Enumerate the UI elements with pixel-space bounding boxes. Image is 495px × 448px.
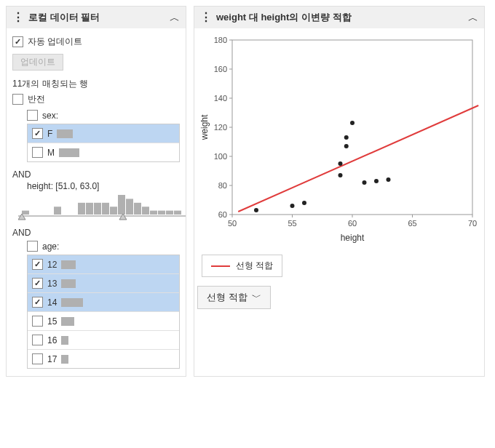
age-value-label: 12 [47, 260, 57, 270]
scatter-chart[interactable]: 60801001201401601805055606570heightweigh… [197, 34, 481, 245]
svg-rect-4 [54, 207, 61, 215]
bivariate-fit-panel: ⋮ weight 대 height의 이변량 적합 ︿ 608010012014… [194, 6, 485, 377]
auto-update-row[interactable]: 자동 업데이트 [12, 34, 180, 49]
sex-header-row: sex: [27, 108, 180, 122]
filter-panel-title: 로컬 데이터 필터 [28, 11, 165, 24]
svg-point-54 [338, 173, 343, 177]
age-value-label: 16 [47, 335, 57, 345]
age-filter-row-13[interactable]: 13 [28, 273, 179, 292]
svg-text:60: 60 [218, 210, 227, 219]
invert-checkbox[interactable] [12, 94, 23, 105]
svg-rect-9 [94, 203, 101, 215]
chart-menu-icon[interactable]: ⋮ [200, 12, 212, 23]
svg-point-55 [338, 161, 343, 166]
height-range-label: height: [51.0, 63.0] [27, 181, 180, 191]
svg-point-56 [344, 144, 349, 148]
age-filter-row-16[interactable]: 16 [28, 330, 179, 349]
svg-rect-15 [142, 207, 149, 215]
svg-text:55: 55 [288, 219, 296, 228]
svg-point-60 [374, 179, 379, 183]
age-filter-row-15[interactable]: 15 [28, 311, 179, 330]
sex-value-label: F [47, 129, 52, 139]
svg-point-52 [290, 204, 295, 208]
filter-menu-icon[interactable]: ⋮ [12, 12, 24, 23]
age-filter-row-12[interactable]: 12 [28, 255, 179, 273]
auto-update-checkbox[interactable] [12, 36, 23, 47]
sex-value-label: M [47, 148, 55, 158]
invert-row[interactable]: 반전 [12, 92, 180, 107]
age-bar [61, 317, 74, 326]
sex-checkbox-M[interactable] [32, 147, 43, 158]
svg-text:65: 65 [408, 219, 416, 228]
age-checkbox-16[interactable] [32, 335, 43, 345]
sex-label: sex: [42, 111, 58, 121]
svg-rect-12 [118, 195, 125, 215]
chart-area: 60801001201401601805055606570heightweigh… [194, 28, 484, 309]
match-count-text: 11개의 매칭되는 행 [12, 78, 180, 90]
chart-panel-header: ⋮ weight 대 height의 이변량 적합 ︿ [194, 7, 484, 28]
svg-rect-7 [78, 203, 85, 215]
age-header-checkbox[interactable] [27, 241, 38, 252]
svg-text:100: 100 [214, 152, 227, 161]
svg-rect-10 [102, 203, 109, 215]
age-checkbox-17[interactable] [32, 353, 43, 364]
age-checkbox-12[interactable] [32, 259, 43, 270]
chevron-down-icon: ﹀ [252, 291, 261, 304]
auto-update-label: 자동 업데이트 [28, 36, 82, 48]
fit-dropdown[interactable]: 선형 적합 ﹀ [197, 286, 271, 309]
sex-checkbox-F[interactable] [32, 128, 43, 139]
chart-collapse-icon[interactable]: ︿ [468, 12, 478, 23]
filter-panel-header: ⋮ 로컬 데이터 필터 ︿ [7, 7, 186, 28]
svg-marker-22 [119, 214, 127, 220]
age-filter-row-17[interactable]: 17 [28, 349, 179, 368]
sex-header-checkbox[interactable] [27, 110, 38, 121]
age-bar [61, 279, 76, 288]
age-bar [61, 260, 76, 269]
svg-rect-0 [22, 211, 29, 215]
age-checkbox-14[interactable] [32, 297, 43, 308]
age-header-row: age: [27, 239, 180, 253]
svg-rect-19 [174, 211, 181, 215]
chart-panel-title: weight 대 height의 이변량 적합 [216, 11, 464, 24]
height-histogram[interactable] [18, 193, 186, 220]
age-checkbox-15[interactable] [32, 316, 43, 327]
svg-point-53 [302, 201, 306, 205]
sex-filter-row-M[interactable]: M [28, 143, 179, 161]
age-value-label: 15 [47, 316, 57, 327]
age-filter-row-14[interactable]: 14 [28, 292, 179, 311]
age-checkbox-13[interactable] [32, 278, 43, 289]
svg-point-61 [387, 177, 391, 182]
sex-bar [59, 148, 79, 157]
update-button: 업데이트 [12, 54, 63, 71]
invert-label: 반전 [28, 93, 45, 105]
svg-rect-11 [110, 207, 117, 215]
legend-line-icon [211, 265, 230, 267]
svg-marker-21 [18, 214, 25, 220]
legend: 선형 적합 [202, 255, 282, 277]
sex-filter-block: sex: FM [27, 108, 180, 162]
sex-filter-row-F[interactable]: F [28, 124, 179, 143]
svg-rect-8 [86, 203, 93, 215]
local-data-filter-panel: ⋮ 로컬 데이터 필터 ︿ 자동 업데이트 업데이트 11개의 매칭되는 행 반… [6, 6, 186, 377]
sex-bar [57, 129, 73, 138]
age-bar [61, 355, 68, 364]
legend-label: 선형 적합 [236, 260, 273, 272]
svg-text:70: 70 [468, 219, 477, 228]
svg-point-58 [350, 121, 355, 125]
filter-panel-body: 자동 업데이트 업데이트 11개의 매칭되는 행 반전 sex: FM AND … [7, 28, 186, 376]
svg-rect-14 [134, 203, 141, 215]
svg-point-57 [344, 135, 349, 140]
svg-rect-18 [166, 211, 173, 215]
age-value-label: 14 [47, 297, 57, 308]
sex-filter-box: FM [27, 124, 180, 162]
svg-text:160: 160 [214, 65, 227, 73]
svg-point-59 [363, 180, 367, 185]
age-filter-box: 121314151617 [27, 255, 180, 369]
svg-rect-13 [126, 199, 133, 215]
filter-collapse-icon[interactable]: ︿ [170, 12, 180, 23]
svg-text:height: height [341, 233, 365, 243]
svg-text:120: 120 [214, 123, 227, 132]
age-filter-block: age: 121314151617 [27, 239, 180, 369]
svg-rect-16 [150, 211, 157, 215]
svg-text:50: 50 [228, 219, 237, 228]
